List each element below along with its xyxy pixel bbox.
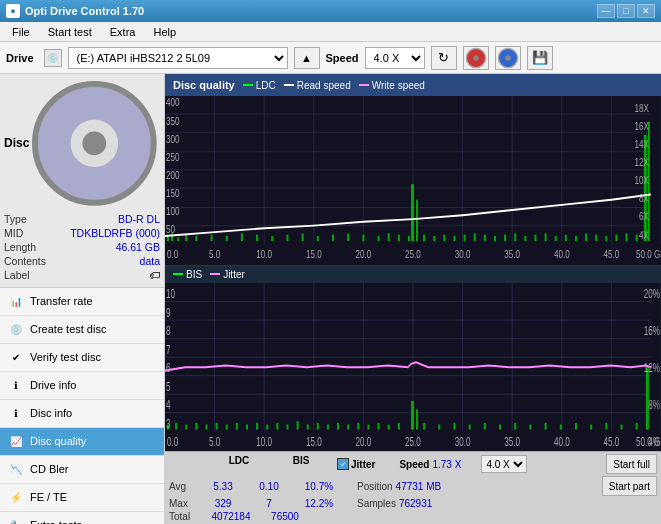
start-full-button[interactable]: Start full (606, 454, 657, 474)
svg-rect-146 (484, 422, 486, 429)
menu-extra[interactable]: Extra (102, 24, 144, 40)
disc-quality-icon: 📈 (8, 433, 24, 449)
bottom-chart-header: BIS Jitter (165, 265, 661, 283)
menubar: File Start test Extra Help (0, 22, 661, 42)
svg-text:9: 9 (166, 304, 171, 319)
stats-right-buttons: Start full (606, 454, 657, 474)
nav-verify-test-disc[interactable]: ✔ Verify test disc (0, 344, 164, 372)
jitter-checkbox[interactable]: ✓ (337, 458, 349, 470)
svg-rect-30 (211, 235, 213, 241)
nav-menu: 📊 Transfer rate 💿 Create test disc ✔ Ver… (0, 288, 164, 524)
svg-text:45.0: 45.0 (604, 249, 620, 260)
svg-rect-57 (524, 236, 526, 241)
svg-text:15.0: 15.0 (306, 434, 322, 449)
svg-text:12%: 12% (644, 360, 660, 375)
nav-cd-bler[interactable]: 📉 CD Bler (0, 456, 164, 484)
nav-drive-info[interactable]: ℹ Drive info (0, 372, 164, 400)
disc-image-icon (29, 78, 160, 209)
svg-rect-34 (271, 236, 273, 241)
svg-text:100: 100 (166, 206, 180, 217)
svg-rect-156 (636, 422, 638, 429)
menu-help[interactable]: Help (145, 24, 184, 40)
top-chart: 18X 16X 14X 12X 10X 8X 6X 4X 400 350 300 (165, 96, 661, 265)
svg-text:5: 5 (166, 378, 171, 393)
disc-info-icon: ℹ (8, 405, 24, 421)
ldc-max: 329 (197, 498, 249, 509)
svg-text:20%: 20% (644, 286, 660, 301)
jitter-avg: 10.7% (289, 481, 349, 492)
svg-rect-119 (195, 422, 197, 429)
speed-target-select[interactable]: 4.0 X (481, 455, 527, 473)
save-icon[interactable]: 💾 (527, 46, 553, 70)
maximize-button[interactable]: □ (617, 4, 635, 18)
verify-test-icon: ✔ (8, 349, 24, 365)
nav-disc-quality-label: Disc quality (30, 435, 86, 447)
svg-text:250: 250 (166, 152, 180, 163)
write-speed-color (359, 84, 369, 86)
chart-title: Disc quality (173, 79, 235, 91)
app-icon: ● (6, 4, 20, 18)
nav-extra-tests[interactable]: 🔧 Extra tests (0, 512, 164, 524)
svg-text:4X: 4X (639, 230, 649, 241)
svg-rect-120 (205, 424, 207, 429)
menu-file[interactable]: File (4, 24, 38, 40)
svg-rect-137 (378, 422, 380, 429)
nav-disc-quality[interactable]: 📈 Disc quality (0, 428, 164, 456)
svg-text:400: 400 (166, 97, 180, 108)
svg-rect-43 (398, 235, 400, 241)
svg-rect-135 (357, 422, 359, 429)
svg-rect-33 (256, 235, 258, 241)
svg-point-3 (505, 55, 511, 61)
nav-transfer-rate[interactable]: 📊 Transfer rate (0, 288, 164, 316)
svg-rect-129 (297, 421, 299, 429)
close-button[interactable]: ✕ (637, 4, 655, 18)
nav-fe-te[interactable]: ⚡ FE / TE (0, 484, 164, 512)
svg-text:20.0: 20.0 (356, 434, 372, 449)
disc-blue-icon[interactable] (495, 46, 521, 70)
svg-text:8%: 8% (648, 397, 660, 412)
ldc-color (243, 84, 253, 86)
max-label: Max (169, 498, 197, 509)
svg-point-6 (83, 131, 107, 155)
refresh-icon[interactable]: ↻ (431, 46, 457, 70)
titlebar: ● Opti Drive Control 1.70 — □ ✕ (0, 0, 661, 22)
svg-text:50.0 GB: 50.0 GB (636, 249, 661, 260)
main-layout: Disc Type BD-R DL MID TDKBLDRFB (000) Le… (0, 74, 661, 524)
svg-text:16X: 16X (634, 121, 648, 132)
svg-text:200: 200 (166, 170, 180, 181)
drivebar: Drive 💿 (E:) ATAPI iHBS212 2 5L09 ▲ Spee… (0, 42, 661, 74)
minimize-button[interactable]: — (597, 4, 615, 18)
ldc-avg: 5.33 (197, 481, 249, 492)
svg-text:16%: 16% (644, 323, 660, 338)
nav-disc-info[interactable]: ℹ Disc info (0, 400, 164, 428)
svg-text:30.0: 30.0 (455, 434, 471, 449)
charts-area: 18X 16X 14X 12X 10X 8X 6X 4X 400 350 300 (165, 96, 661, 451)
start-part-button[interactable]: Start part (602, 476, 657, 496)
type-label: Type (4, 213, 27, 225)
svg-rect-32 (241, 233, 243, 241)
svg-rect-49 (443, 235, 445, 241)
menu-start-test[interactable]: Start test (40, 24, 100, 40)
eject-button[interactable]: ▲ (294, 47, 320, 69)
legend-write-speed: Write speed (359, 80, 425, 91)
top-chart-svg: 18X 16X 14X 12X 10X 8X 6X 4X 400 350 300 (165, 96, 661, 265)
svg-rect-36 (302, 233, 304, 241)
svg-rect-150 (545, 422, 547, 429)
svg-rect-38 (332, 235, 334, 241)
svg-rect-52 (474, 233, 476, 241)
drive-select[interactable]: (E:) ATAPI iHBS212 2 5L09 (68, 47, 288, 69)
length-label: Length (4, 241, 36, 253)
right-panel: Disc quality LDC Read speed Write speed (165, 74, 661, 524)
svg-text:20.0: 20.0 (356, 249, 372, 260)
nav-create-test-disc[interactable]: 💿 Create test disc (0, 316, 164, 344)
svg-rect-58 (534, 235, 536, 241)
write-speed-legend-label: Write speed (372, 80, 425, 91)
svg-rect-45 (411, 184, 414, 241)
svg-rect-40 (362, 235, 364, 241)
disc-red-icon[interactable] (463, 46, 489, 70)
svg-text:7: 7 (166, 341, 171, 356)
svg-rect-51 (464, 235, 466, 241)
speed-select[interactable]: 4.0 X (365, 47, 425, 69)
svg-text:150: 150 (166, 188, 180, 199)
drive-info-icon: ℹ (8, 377, 24, 393)
